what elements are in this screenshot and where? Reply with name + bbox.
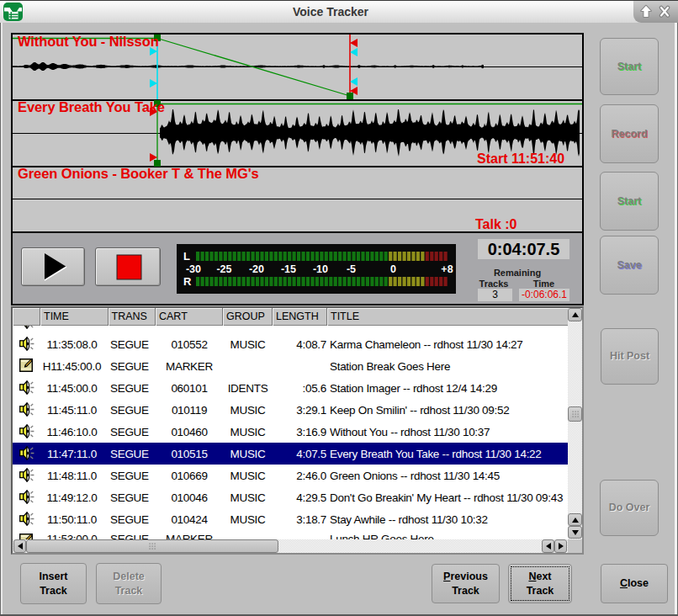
svg-text:+8: +8 [441, 263, 453, 275]
svg-text:-25: -25 [216, 263, 231, 275]
svg-text:R: R [183, 275, 192, 288]
svg-text:-5: -5 [347, 263, 356, 275]
svg-text:L: L [183, 250, 190, 263]
svg-text:-15: -15 [281, 263, 296, 275]
svg-text:-20: -20 [249, 263, 264, 275]
svg-text:-30: -30 [186, 263, 201, 275]
svg-text:-10: -10 [313, 263, 328, 275]
svg-text:0: 0 [390, 263, 396, 275]
